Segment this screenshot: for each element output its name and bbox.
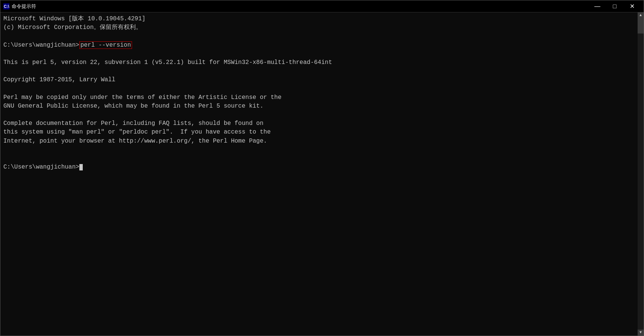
scrollbar[interactable]: ▲ ▼ — [638, 12, 644, 336]
title-bar: C:\ 命令提示符 — □ ✕ — [0, 0, 644, 12]
output-line-2: (c) Microsoft Corporation。保留所有权利。 — [3, 23, 633, 32]
window-title: 命令提示符 — [12, 3, 589, 10]
output-line-12 — [3, 111, 633, 119]
output-line-16 — [3, 146, 633, 154]
cmd-window: C:\ 命令提示符 — □ ✕ Microsoft Windows [版本 10… — [0, 0, 644, 336]
command-line: C:\Users\wangjichuan>perl --version — [3, 41, 633, 50]
active-prompt-line: C:\Users\wangjichuan> — [3, 163, 633, 172]
scroll-thumb[interactable] — [638, 18, 644, 33]
output-line-7 — [3, 67, 633, 76]
output-line-11: GNU General Public License, which may be… — [3, 102, 633, 111]
cursor — [79, 164, 83, 170]
console-body[interactable]: Microsoft Windows [版本 10.0.19045.4291] (… — [0, 12, 644, 336]
close-button[interactable]: ✕ — [623, 0, 641, 12]
maximize-button[interactable]: □ — [606, 0, 623, 12]
output-line-17 — [3, 154, 633, 163]
command-highlight: perl --version — [79, 41, 132, 49]
output-line-3 — [3, 32, 633, 41]
output-line-1: Microsoft Windows [版本 10.0.19045.4291] — [3, 15, 633, 23]
scroll-track[interactable] — [638, 18, 644, 330]
output-line-13: Complete documentation for Perl, includi… — [3, 119, 633, 128]
output-line-14: this system using ″man perl″ or ″perldoc… — [3, 128, 633, 137]
svg-text:C:\: C:\ — [4, 4, 9, 9]
output-line-10: Perl may be copied only under the terms … — [3, 93, 633, 102]
output-line-5 — [3, 50, 633, 58]
window-controls: — □ ✕ — [589, 0, 641, 12]
output-line-9 — [3, 85, 633, 93]
minimize-button[interactable]: — — [589, 0, 606, 12]
scroll-down-button[interactable]: ▼ — [638, 330, 644, 336]
console-content: Microsoft Windows [版本 10.0.19045.4291] (… — [3, 15, 641, 172]
output-line-6: This is perl 5, version 22, subversion 1… — [3, 58, 633, 67]
output-line-8: Copyright 1987-2015, Larry Wall — [3, 76, 633, 84]
scroll-up-button[interactable]: ▲ — [638, 12, 644, 18]
cmd-icon: C:\ — [3, 3, 9, 9]
output-line-15: Internet, point your browser at http://w… — [3, 137, 633, 146]
